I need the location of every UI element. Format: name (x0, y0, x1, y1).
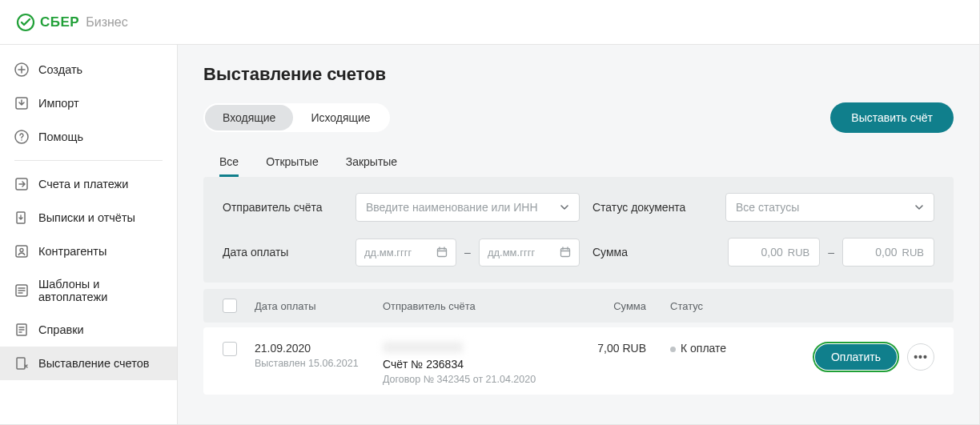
filter-paydate-label: Дата оплаты (223, 246, 343, 259)
sidebar-item-label: Выписки и отчёты (38, 211, 135, 224)
row-date: 21.09.2020 (255, 342, 367, 355)
range-separator: – (828, 246, 834, 259)
tab-all[interactable]: Все (219, 149, 239, 177)
filter-amount-range: 0,00 RUB – 0,00 RUB (725, 238, 934, 267)
logo: СБЕР Бизнес (16, 13, 128, 32)
calendar-icon (436, 247, 448, 258)
import-icon (14, 96, 29, 110)
sidebar-item-label: Шаблоны и автоплатежи (38, 278, 163, 303)
filter-paydate-range: дд.мм.гггг – дд.мм.гггг (355, 239, 580, 267)
svg-point-4 (21, 139, 22, 141)
sidebar-item-accounts[interactable]: Счета и платежи (0, 167, 177, 201)
toggle-outgoing[interactable]: Исходящие (293, 105, 388, 130)
table-row[interactable]: 21.09.2020 Выставлен 15.06.2021 Счёт № 2… (203, 327, 954, 395)
amount-from-input[interactable]: 0,00 RUB (728, 238, 820, 267)
ellipsis-icon: ••• (914, 351, 928, 363)
pay-button[interactable]: Оплатить (815, 344, 897, 370)
status-dot-icon (670, 347, 676, 352)
logo-text-primary: СБЕР (40, 14, 79, 30)
svg-rect-11 (17, 358, 25, 369)
sidebar-item-import[interactable]: Импорт (0, 86, 177, 120)
sidebar: Создать Импорт Помощь Счета и платежи Вы… (0, 45, 178, 424)
main-content: Выставление счетов Входящие Исходящие Вы… (178, 45, 979, 424)
filter-sender-label: Отправитель счёта (223, 201, 343, 214)
svg-rect-12 (438, 249, 447, 257)
filter-status-select[interactable]: Все статусы (725, 193, 934, 222)
people-icon (14, 244, 29, 259)
toggle-incoming[interactable]: Входящие (205, 105, 293, 130)
reference-icon (14, 323, 29, 337)
more-actions-button[interactable]: ••• (907, 343, 934, 371)
chevron-down-icon (560, 202, 569, 212)
placeholder-text: Введите наименование или ИНН (366, 201, 538, 214)
sidebar-item-label: Справки (38, 323, 84, 336)
sidebar-item-label: Импорт (38, 97, 79, 110)
placeholder-text: дд.мм.гггг (364, 247, 412, 259)
chevron-down-icon (914, 202, 924, 212)
direction-toggle: Входящие Исходящие (203, 103, 390, 132)
date-from-input[interactable]: дд.мм.гггг (355, 239, 456, 267)
help-icon (14, 130, 29, 144)
column-status: Статус (662, 300, 782, 312)
sidebar-item-label: Помощь (38, 130, 83, 143)
column-paydate: Дата оплаты (255, 300, 367, 312)
currency-label: RUB (788, 247, 809, 259)
filter-sender-select[interactable]: Введите наименование или ИНН (355, 193, 580, 222)
column-sender: Отправитель счёта (383, 300, 542, 312)
row-sum: 7,00 RUB (558, 342, 646, 355)
range-separator: – (464, 246, 471, 259)
sber-logo-icon (16, 13, 35, 32)
sidebar-item-references[interactable]: Справки (0, 313, 177, 347)
sidebar-item-label: Контрагенты (38, 245, 106, 258)
row-contract: Договор № 342345 от 21.04.2020 (383, 374, 542, 385)
row-invoice-number: Счёт № 236834 (383, 358, 542, 371)
template-icon (14, 283, 29, 298)
placeholder-text: дд.мм.гггг (488, 247, 535, 259)
sidebar-item-invoicing[interactable]: Выставление счетов (0, 347, 177, 380)
sidebar-item-help[interactable]: Помощь (0, 120, 177, 154)
tab-open[interactable]: Открытые (266, 149, 319, 177)
sidebar-item-templates[interactable]: Шаблоны и автоплатежи (0, 268, 177, 313)
filter-amount-label: Сумма (592, 246, 713, 259)
placeholder-text: 0,00 (875, 246, 897, 259)
currency-label: RUB (902, 247, 924, 259)
sidebar-item-label: Счета и платежи (38, 178, 128, 190)
sidebar-item-statements[interactable]: Выписки и отчёты (0, 201, 177, 235)
arrow-right-box-icon (14, 177, 29, 191)
status-tabs: Все Открытые Закрытые (203, 139, 954, 177)
sidebar-item-contractors[interactable]: Контрагенты (0, 235, 177, 268)
sidebar-item-label: Создать (38, 63, 82, 76)
document-arrow-icon (14, 210, 29, 225)
svg-rect-13 (560, 249, 569, 257)
plus-circle-icon (14, 62, 29, 77)
tab-closed[interactable]: Закрытые (346, 149, 397, 177)
sidebar-item-label: Выставление счетов (38, 357, 149, 370)
sidebar-item-create[interactable]: Создать (0, 53, 177, 86)
placeholder-text: 0,00 (761, 246, 783, 259)
row-issued: Выставлен 15.06.2021 (255, 358, 367, 369)
amount-to-input[interactable]: 0,00 RUB (842, 238, 934, 267)
logo-text-secondary: Бизнес (86, 15, 128, 30)
issue-invoice-button[interactable]: Выставить счёт (830, 102, 954, 133)
calendar-icon (560, 247, 571, 258)
date-to-input[interactable]: дд.мм.гггг (479, 239, 580, 267)
row-sender-name (383, 342, 463, 353)
filters-panel: Отправитель счёта Введите наименование и… (203, 177, 954, 283)
select-all-checkbox[interactable] (223, 299, 237, 313)
table-header: Дата оплаты Отправитель счёта Сумма Стат… (203, 289, 954, 323)
pay-button-highlight: Оплатить (813, 342, 899, 372)
filter-status-label: Статус документа (592, 201, 713, 214)
column-sum: Сумма (558, 300, 646, 312)
row-checkbox[interactable] (223, 342, 237, 356)
placeholder-text: Все статусы (736, 201, 799, 214)
app-header: СБЕР Бизнес (0, 0, 979, 45)
svg-point-8 (20, 249, 23, 252)
invoice-icon (14, 356, 29, 371)
sidebar-divider (14, 160, 163, 161)
row-status: К оплате (662, 342, 782, 355)
page-title: Выставление счетов (203, 64, 954, 85)
